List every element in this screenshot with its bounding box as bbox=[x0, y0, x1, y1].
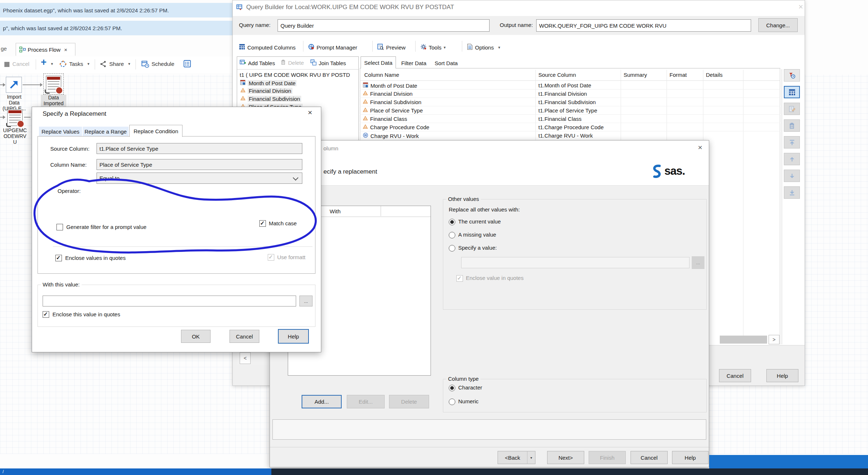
source-column-input[interactable] bbox=[97, 143, 302, 154]
grid-header-format[interactable]: Format bbox=[669, 72, 687, 78]
tab-replace-a-range[interactable]: Replace a Range bbox=[83, 127, 129, 136]
column-type-label: Column type bbox=[446, 376, 480, 382]
enclose-values-checkbox[interactable]: ✓ bbox=[55, 255, 62, 261]
wizard-add-button[interactable]: Add... bbox=[302, 395, 342, 408]
grid-hscroll-right-icon[interactable]: > bbox=[769, 335, 779, 344]
computed-columns-button[interactable]: Computed Columns bbox=[239, 44, 296, 51]
tab-filter-data[interactable]: Filter Data bbox=[397, 58, 431, 68]
table-row[interactable]: Financial Division bbox=[363, 91, 413, 97]
wizard-delete-button: Delete bbox=[389, 395, 429, 408]
tab-partial[interactable]: ge bbox=[1, 45, 7, 52]
replacement-dialog-close-icon[interactable]: × bbox=[308, 108, 312, 117]
query-builder-help-button[interactable]: Help bbox=[766, 369, 798, 382]
table-cell-source[interactable]: t1.Month of Post Date bbox=[538, 82, 591, 88]
tree-item-month-of-post-date[interactable]: Month of Post Date bbox=[240, 80, 296, 86]
tree-table-header[interactable]: t1 ( UIPG EM CODE WORK RVU BY POSTD bbox=[240, 72, 358, 78]
column-name-input[interactable] bbox=[97, 159, 302, 170]
table-row[interactable]: Financial Subdivision bbox=[363, 99, 421, 105]
wizard-help-button[interactable]: Help bbox=[672, 451, 708, 464]
tab-close-icon[interactable]: × bbox=[64, 47, 67, 53]
table-row[interactable]: Place of Service Type bbox=[363, 107, 423, 114]
table-cell-source[interactable]: t1.Financial Division bbox=[538, 91, 587, 97]
enclose-this-value-label[interactable]: Enclose this value in quotes bbox=[52, 311, 120, 317]
table-row[interactable]: Charge Procedure Code bbox=[363, 124, 429, 130]
wizard-close-icon[interactable]: × bbox=[698, 143, 702, 152]
tasks-dropdown-icon[interactable]: ▾ bbox=[87, 62, 90, 66]
tab-process-flow[interactable]: Process Flow × bbox=[16, 43, 75, 56]
radio-current-value-label[interactable]: The current value bbox=[458, 218, 501, 225]
tab-sort-data[interactable]: Sort Data bbox=[432, 58, 461, 68]
output-table-node[interactable] bbox=[7, 109, 23, 126]
tab-replace-condition[interactable]: Replace Condition bbox=[129, 125, 182, 137]
query-builder-close-icon[interactable]: × bbox=[798, 2, 803, 12]
output-name-input[interactable] bbox=[536, 19, 751, 32]
ok-button[interactable]: OK bbox=[181, 330, 211, 343]
change-button[interactable]: Change... bbox=[758, 18, 798, 32]
enclose-values-label[interactable]: Enclose values in quotes bbox=[65, 255, 126, 261]
rail-computed-columns-button[interactable] bbox=[784, 86, 800, 98]
help-button[interactable]: Help bbox=[278, 329, 309, 344]
with-value-browse-button[interactable]: ... bbox=[299, 296, 313, 306]
add-tables-button[interactable]: Add Tables bbox=[240, 59, 275, 67]
radio-missing-value[interactable] bbox=[449, 232, 455, 238]
table-cell-source[interactable]: t1.Financial Class bbox=[538, 116, 581, 122]
table-cell-source[interactable]: t1.Financial Subdivision bbox=[538, 99, 596, 105]
rail-prompt-button[interactable] bbox=[784, 69, 800, 82]
generate-filter-checkbox[interactable] bbox=[56, 224, 63, 230]
table-cell-source[interactable]: t1.Place of Service Type bbox=[538, 107, 597, 114]
list-view-icon[interactable] bbox=[184, 60, 191, 68]
radio-character[interactable] bbox=[449, 385, 455, 391]
radio-current-value[interactable] bbox=[449, 219, 455, 225]
radio-numeric-label[interactable]: Numeric bbox=[458, 398, 479, 404]
wizard-finish-button: Finish bbox=[589, 451, 626, 464]
tree-item-financial-division[interactable]: Financial Division bbox=[240, 88, 292, 94]
wizard-cancel-button[interactable]: Cancel bbox=[631, 451, 668, 464]
radio-missing-value-label[interactable]: A missing value bbox=[458, 231, 496, 238]
import-data-node[interactable] bbox=[6, 77, 22, 93]
radio-specify-value-label[interactable]: Specify a value: bbox=[458, 245, 497, 251]
grid-header-source-column[interactable]: Source Column bbox=[538, 72, 576, 78]
tab-select-data[interactable]: Select Data bbox=[361, 56, 396, 68]
table-row[interactable]: Charge RVU - Work bbox=[363, 132, 419, 139]
share-button[interactable]: Share bbox=[109, 61, 124, 67]
grid-hscroll-thumb[interactable] bbox=[720, 336, 767, 344]
radio-character-label[interactable]: Character bbox=[458, 384, 482, 391]
add-dropdown-icon[interactable]: ▾ bbox=[51, 62, 53, 66]
match-case-label[interactable]: Match case bbox=[269, 220, 297, 226]
table-cell-source[interactable]: t1.Charge RVU - Work bbox=[538, 132, 593, 139]
table-row[interactable]: Financial Class bbox=[363, 116, 407, 122]
wizard-next-button[interactable]: Next> bbox=[547, 451, 584, 464]
operator-dropdown[interactable]: Equal to bbox=[97, 173, 302, 184]
grid-header-column-name[interactable]: Column Name bbox=[364, 72, 399, 78]
enclose-this-value-checkbox[interactable]: ✓ bbox=[43, 311, 49, 318]
share-dropdown-icon[interactable]: ▾ bbox=[128, 62, 130, 66]
join-tables-button[interactable]: Join Tables bbox=[310, 59, 346, 67]
prompt-manager-button[interactable]: Prompt Manager bbox=[308, 44, 357, 51]
cancel-button[interactable]: Cancel bbox=[229, 330, 259, 343]
query-name-input[interactable] bbox=[278, 19, 490, 32]
query-builder-cancel-button[interactable]: Cancel bbox=[719, 369, 751, 382]
table-row[interactable]: Month of Post Date bbox=[363, 82, 417, 89]
other-values-label: Other values bbox=[446, 196, 481, 202]
data-imported-node[interactable] bbox=[43, 74, 64, 95]
match-case-checkbox[interactable]: ✓ bbox=[259, 220, 266, 227]
options-button[interactable]: Options ▾ bbox=[467, 44, 500, 51]
tasks-button[interactable]: Tasks bbox=[69, 61, 83, 67]
add-icon[interactable]: + bbox=[41, 57, 47, 68]
tools-button[interactable]: Tools ▾ bbox=[420, 44, 446, 51]
with-value-input[interactable] bbox=[43, 296, 296, 306]
list-with-header[interactable]: With bbox=[330, 208, 341, 214]
radio-numeric[interactable] bbox=[449, 399, 455, 405]
wizard-back-button[interactable]: <Back bbox=[498, 451, 527, 464]
tree-item-financial-subdivision[interactable]: Financial Subdivision bbox=[240, 96, 301, 102]
schedule-button[interactable]: Schedule bbox=[152, 61, 174, 67]
wizard-back-dropdown-icon[interactable]: ▾ bbox=[527, 451, 535, 464]
radio-specify-value[interactable] bbox=[449, 245, 455, 252]
panel-hscroll-left-icon[interactable]: < bbox=[240, 352, 251, 364]
preview-button[interactable]: Preview bbox=[377, 44, 405, 51]
generate-filter-label[interactable]: Generate filter for a prompt value bbox=[66, 224, 146, 230]
grid-header-summary[interactable]: Summary bbox=[624, 72, 647, 78]
tab-replace-values[interactable]: Replace Values bbox=[39, 127, 82, 136]
grid-header-details[interactable]: Details bbox=[706, 72, 723, 78]
table-cell-source[interactable]: t1.Charge Procedure Code bbox=[538, 124, 604, 130]
